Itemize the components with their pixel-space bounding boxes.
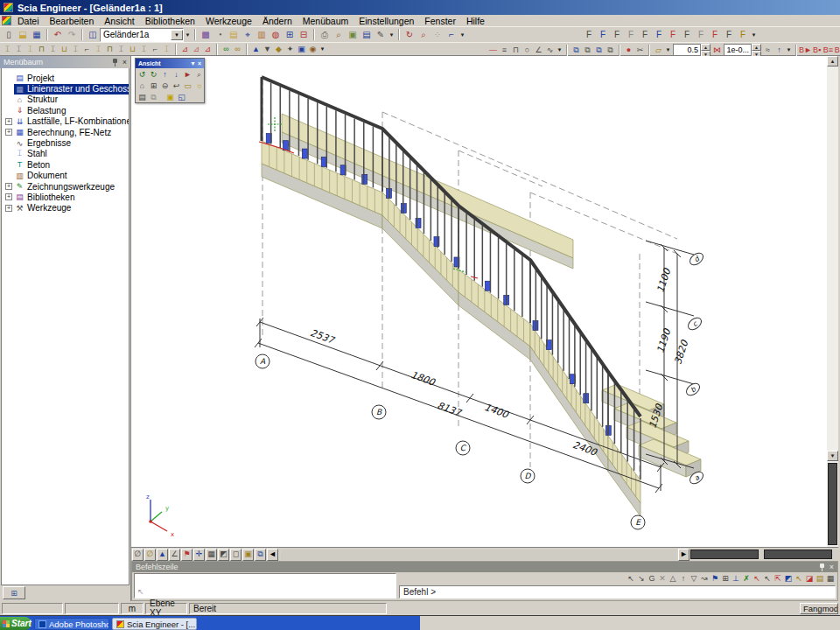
vertical-scrollbar[interactable]: ▲ ▼ (827, 56, 838, 547)
misc-4-icon[interactable]: ✦ (284, 43, 296, 55)
polyline-icon[interactable]: ∿ (544, 44, 556, 56)
command-close-icon[interactable]: × (830, 564, 834, 571)
document-icon[interactable]: ▤ (360, 28, 374, 41)
bitmap-icon[interactable]: ▩ (199, 28, 213, 41)
misc-2-icon[interactable]: ▼ (262, 43, 273, 55)
snap-grid-icon[interactable]: G (647, 573, 657, 584)
precision-value[interactable]: 1e-0... (724, 44, 752, 56)
profile-6-icon[interactable]: ⊔ (59, 43, 70, 55)
sidebar-item-stahl[interactable]: ⌶Stahl (2, 149, 129, 159)
screen-view-icon[interactable]: ◱ (176, 92, 187, 102)
scissors-icon[interactable]: ✂ (634, 44, 646, 56)
new-icon[interactable]: ▯ (2, 28, 16, 41)
zoom-window-icon[interactable]: ⊞ (148, 80, 159, 91)
view-down-icon[interactable]: ↓ (171, 69, 182, 80)
zoom-out-icon[interactable]: ⊖ (159, 80, 171, 91)
sidebar-item-projekt[interactable]: ▤Projekt (2, 73, 129, 83)
circle-icon[interactable]: ○ (522, 44, 533, 56)
expand-icon[interactable]: + (5, 183, 12, 190)
view-flag-4-icon[interactable]: F (624, 28, 638, 41)
dim-style-icon[interactable]: ⌐ (444, 28, 458, 41)
menu-item-bearbeiten[interactable]: Bearbeiten (45, 16, 100, 26)
viewpoint-icon[interactable]: ▲ (157, 549, 168, 561)
collapse-left-icon[interactable]: ◄ (267, 549, 278, 561)
cursor-1-icon[interactable]: ↖ (752, 573, 762, 584)
snap-ortho-icon[interactable]: ⊥ (731, 573, 741, 584)
taskbar-item-scia[interactable]: Scia Engineer - [... (112, 618, 197, 630)
start-button[interactable]: Start (0, 617, 32, 630)
rotate-left-icon[interactable]: ↺ (136, 69, 148, 80)
menu-item-ansicht[interactable]: Ansicht (99, 16, 139, 26)
expand-icon[interactable]: + (5, 193, 12, 200)
profile-9-icon[interactable]: ⌶ (93, 43, 104, 55)
profile-11-icon[interactable]: ⌶ (116, 43, 127, 55)
command-input[interactable]: Befehl > (399, 585, 836, 598)
select-alt-icon[interactable]: ↘ (636, 573, 647, 584)
profile-3-icon[interactable]: ⌶ (24, 43, 36, 55)
profile-1-icon[interactable]: ⌶ (2, 43, 13, 55)
profile-5-icon[interactable]: ⌶ (47, 43, 59, 55)
draw-dropdown-icon[interactable]: ▼ (556, 44, 564, 56)
close-icon[interactable]: × (122, 59, 127, 66)
misc-6-icon[interactable]: ◉ (307, 43, 318, 55)
cursor-3-icon[interactable]: ⇱ (773, 573, 783, 584)
menu-item-einstellungen[interactable]: Einstellungen (354, 16, 419, 26)
view-settings-icon[interactable]: ▣ (242, 549, 254, 561)
table-icon[interactable]: ▤ (815, 573, 825, 584)
profile-13-icon[interactable]: ⌶ (138, 43, 150, 55)
expand-icon[interactable]: + (5, 205, 12, 212)
output-dropdown-icon[interactable]: ▼ (388, 29, 396, 41)
select-icon[interactable]: ↖ (626, 573, 636, 584)
misc-1-icon[interactable]: ▲ (250, 43, 262, 55)
snap-off-icon[interactable]: ✕ (657, 573, 668, 584)
sidebar-item-ergebnisse[interactable]: ∿Ergebnisse (2, 137, 129, 148)
window-layout-icon[interactable]: ◫ (86, 28, 100, 41)
scroll-right-icon[interactable]: ► (678, 549, 690, 561)
snap-raster-icon[interactable]: ⊞ (720, 573, 731, 584)
sidebar-item-berechnung-fe-netz[interactable]: +▦Berechnung, FE-Netz (2, 127, 129, 137)
presets-icon[interactable]: ≈ (762, 44, 774, 56)
pin-icon[interactable] (111, 58, 119, 66)
node-icon[interactable]: ● (623, 44, 634, 56)
zoom-all-icon[interactable]: ⌂ (136, 80, 148, 91)
project-combo[interactable]: Geländer1a ▼ (100, 28, 184, 42)
zoom-lock-icon[interactable]: ⌕ (193, 69, 205, 80)
clipboard-view-icon[interactable]: ▣ (164, 92, 176, 102)
cut-3-icon[interactable]: ⊿ (202, 43, 214, 55)
misc-5-icon[interactable]: ▣ (296, 43, 307, 55)
snap-point-icon[interactable]: ⚑ (710, 573, 720, 584)
view-flag-3-icon[interactable]: F (610, 28, 624, 41)
profile-14-icon[interactable]: ⌐ (150, 43, 161, 55)
grid-small-icon[interactable]: ⁘ (430, 28, 444, 41)
view-flag-10-icon[interactable]: F (708, 28, 722, 41)
view-up-icon[interactable]: ↑ (159, 69, 171, 80)
gallery-icon[interactable]: ▣ (346, 28, 360, 41)
dimension-icon[interactable]: ✛ (193, 549, 205, 561)
horizontal-scroll-thumb-2[interactable] (764, 550, 832, 559)
snap-mode-button[interactable]: Fangmod... (800, 603, 838, 614)
vertical-sc scroll-thumb[interactable] (828, 463, 837, 545)
command-history[interactable]: ↖ (134, 573, 396, 598)
model-viewport[interactable]: Ansicht ▼ × ↺↻↑↓►⌕ ⌂⊞⊖↩▭☼ ▤⧉▣◱ (131, 56, 827, 547)
scroll-up-icon[interactable]: ▲ (827, 56, 838, 66)
profile-7-icon[interactable]: ⌶ (70, 43, 81, 55)
sidebar-item-struktur[interactable]: ⌂Struktur (2, 94, 129, 105)
filter-dropdown-icon[interactable]: ▼ (785, 44, 793, 56)
scale-spinner[interactable]: 0.5 ▲▼ (673, 44, 710, 56)
profile-2-icon[interactable]: ⌶ (13, 43, 24, 55)
view-flags-dropdown-icon[interactable]: ▼ (750, 29, 758, 41)
menu-item-werkzeuge[interactable]: Werkzeuge (200, 16, 257, 26)
paste-icon[interactable]: ⧉ (593, 44, 605, 56)
staircase-3d-model[interactable]: 253718008137140024001100119038201530ABCD… (131, 56, 827, 547)
project-combo-arrow-icon[interactable]: ▼ (171, 30, 183, 40)
cursor-6-icon[interactable]: ◪ (804, 573, 815, 584)
taskbar-item-photoshop[interactable]: Adobe Photoshop ... (34, 618, 109, 630)
grid-icon[interactable]: ▦ (825, 573, 836, 584)
view-flag-7-icon[interactable]: F (666, 28, 680, 41)
menu-item-ndern[interactable]: Ändern (257, 16, 298, 26)
view-flag-11-icon[interactable]: F (722, 28, 736, 41)
menu-item-datei[interactable]: Datei (12, 16, 45, 26)
sidebar-item-linienraster-und-geschosse[interactable]: ▦Linienraster und Geschosse (2, 83, 129, 94)
scale-value[interactable]: 0.5 (673, 44, 701, 56)
light-icon[interactable]: ☼ (193, 80, 205, 91)
